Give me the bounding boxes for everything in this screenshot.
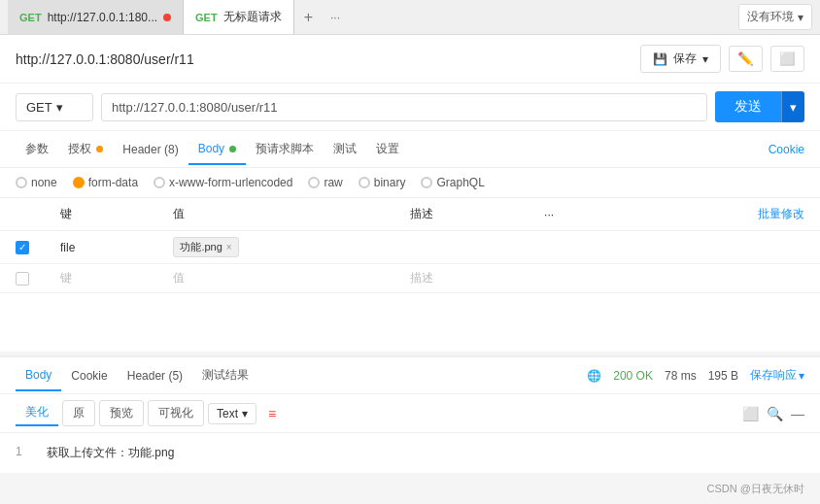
- tab-unsaved-dot: [163, 14, 171, 21]
- save-dropdown-icon: ▾: [702, 52, 708, 66]
- save-response-dropdown-icon: ▾: [799, 369, 804, 383]
- visualize-button[interactable]: 可视化: [148, 400, 204, 426]
- watermark: CSDN @日夜无休时: [707, 482, 804, 496]
- search-response-icon[interactable]: 🔍: [767, 406, 783, 421]
- text-format-selector[interactable]: Text ▾: [208, 403, 256, 424]
- save-response-button[interactable]: 保存响应 ▾: [750, 367, 804, 384]
- raw-button[interactable]: 原: [62, 400, 95, 426]
- th-dots: ···: [529, 198, 629, 231]
- text-format-label: Text: [217, 407, 238, 420]
- row-checkbox-empty[interactable]: [0, 264, 45, 293]
- desc-placeholder-text: 描述: [410, 271, 433, 285]
- tab-body[interactable]: Body: [188, 134, 247, 165]
- batch-edit-label[interactable]: 批量修改: [758, 207, 804, 220]
- table-row: 键 值 描述: [0, 264, 820, 293]
- tab-get-existing[interactable]: GET http://127.0.0.1:180...: [8, 0, 184, 34]
- form-data-table: 键 值 描述 ··· 批量修改 file 功能.png ×: [0, 198, 820, 293]
- response-tab-cookie[interactable]: Cookie: [61, 361, 117, 390]
- row-key[interactable]: file: [45, 231, 157, 264]
- environment-selector[interactable]: 没有环境 ▾: [738, 4, 812, 30]
- request-url-display: http://127.0.0.1:8080/user/r11: [16, 51, 194, 67]
- minimize-icon[interactable]: —: [791, 406, 804, 421]
- tab-prerequest[interactable]: 预请求脚本: [246, 133, 324, 165]
- auth-dot: [96, 146, 103, 152]
- radio-label-binary: binary: [374, 176, 406, 189]
- save-button[interactable]: 💾 保存 ▾: [640, 45, 721, 73]
- tab-params[interactable]: 参数: [16, 133, 58, 165]
- radio-urlencoded[interactable]: x-www-form-urlencoded: [154, 176, 292, 189]
- line-content: 获取上传文件：功能.png: [47, 445, 174, 461]
- env-label: 没有环境: [747, 9, 794, 25]
- tab-tests[interactable]: 测试: [324, 133, 366, 165]
- tab-settings[interactable]: 设置: [366, 133, 409, 165]
- row-description[interactable]: [394, 231, 529, 264]
- radio-circle-raw: [308, 177, 320, 188]
- radio-label-urlencoded: x-www-form-urlencoded: [169, 176, 292, 189]
- radio-circle-binary: [359, 177, 370, 188]
- method-selector[interactable]: GET ▾: [16, 93, 93, 121]
- tab-bar: GET http://127.0.0.1:180... GET 无标题请求 + …: [0, 0, 820, 35]
- body-dot: [229, 146, 236, 152]
- radio-label-form-data: form-data: [88, 176, 138, 189]
- url-input[interactable]: [101, 93, 707, 121]
- th-description: 描述: [394, 198, 529, 231]
- tab-method-label: GET: [19, 12, 42, 23]
- row-checkbox-checked[interactable]: [0, 231, 45, 264]
- request-line: GET ▾ 发送 ▾: [0, 84, 820, 131]
- file-tag-name: 功能.png: [180, 240, 222, 254]
- checkbox-icon: [16, 241, 29, 254]
- radio-raw[interactable]: raw: [308, 176, 342, 189]
- row-desc-placeholder[interactable]: 描述: [394, 264, 529, 293]
- url-display-section: http://127.0.0.1:8080/user/r11 💾 保存 ▾ ✏️…: [0, 35, 820, 84]
- cookie-link[interactable]: Cookie: [769, 143, 804, 156]
- empty-area: [0, 293, 820, 352]
- sort-icon[interactable]: ≡: [268, 406, 276, 421]
- row-dots-2: [529, 264, 820, 293]
- tab-url-label: http://127.0.0.1:180...: [48, 11, 157, 24]
- copy-response-icon[interactable]: ⬜: [742, 406, 759, 421]
- file-tag: 功能.png ×: [173, 237, 238, 257]
- request-tabs-nav: 参数 授权 Header (8) Body 预请求脚本 测试 设置 Cookie: [0, 131, 820, 168]
- body-type-row: none form-data x-www-form-urlencoded raw…: [0, 168, 820, 198]
- edit-button[interactable]: ✏️: [729, 46, 763, 72]
- send-button[interactable]: 发送: [715, 91, 781, 122]
- radio-form-data[interactable]: form-data: [73, 176, 138, 189]
- row-value-placeholder[interactable]: 值: [157, 264, 394, 293]
- radio-binary[interactable]: binary: [359, 176, 406, 189]
- method-value: GET: [26, 100, 52, 115]
- th-value: 值: [157, 198, 394, 231]
- tab-new-request[interactable]: GET 无标题请求: [184, 0, 294, 34]
- line-number: 1: [16, 445, 35, 461]
- tab-auth[interactable]: 授权: [58, 133, 113, 165]
- radio-graphql[interactable]: GraphQL: [421, 176, 484, 189]
- copy-button[interactable]: ⬜: [770, 46, 804, 72]
- new-tab-button[interactable]: +: [294, 9, 323, 26]
- response-tabs-row: Body Cookie Header (5) 测试结果 🌐 200 OK 78 …: [0, 357, 820, 394]
- row-dots: [529, 231, 820, 264]
- row-value: 功能.png ×: [157, 231, 394, 264]
- radio-circle-urlencoded: [154, 177, 165, 188]
- file-tag-close-icon[interactable]: ×: [226, 242, 232, 252]
- url-actions-group: 💾 保存 ▾ ✏️ ⬜: [640, 45, 804, 73]
- chevron-down-icon: ▾: [798, 11, 803, 24]
- radio-circle-form-data: [73, 177, 85, 188]
- th-key: 键: [45, 198, 157, 231]
- radio-circle-none: [16, 177, 27, 188]
- tab-more-button[interactable]: ···: [323, 11, 348, 24]
- radio-none[interactable]: none: [16, 176, 57, 189]
- preview-button[interactable]: 预览: [99, 400, 144, 426]
- response-tab-tests[interactable]: 测试结果: [192, 359, 258, 391]
- response-tab-header[interactable]: Header (5): [118, 361, 192, 390]
- status-code: 200 OK: [613, 369, 653, 383]
- th-checkbox: [0, 198, 45, 231]
- response-tab-body[interactable]: Body: [16, 360, 61, 391]
- response-section: Body Cookie Header (5) 测试结果 🌐 200 OK 78 …: [0, 355, 820, 473]
- response-toolbar: 美化 原 预览 可视化 Text ▾ ≡ ⬜ 🔍 —: [0, 394, 820, 433]
- method-dropdown-icon: ▾: [56, 100, 63, 115]
- send-dropdown-button[interactable]: ▾: [781, 91, 804, 122]
- tab-header[interactable]: Header (8): [113, 135, 188, 164]
- beautify-button[interactable]: 美化: [16, 400, 58, 426]
- th-batch-edit: 批量修改: [629, 198, 820, 231]
- save-icon: 💾: [653, 52, 667, 66]
- row-key-placeholder[interactable]: 键: [45, 264, 157, 293]
